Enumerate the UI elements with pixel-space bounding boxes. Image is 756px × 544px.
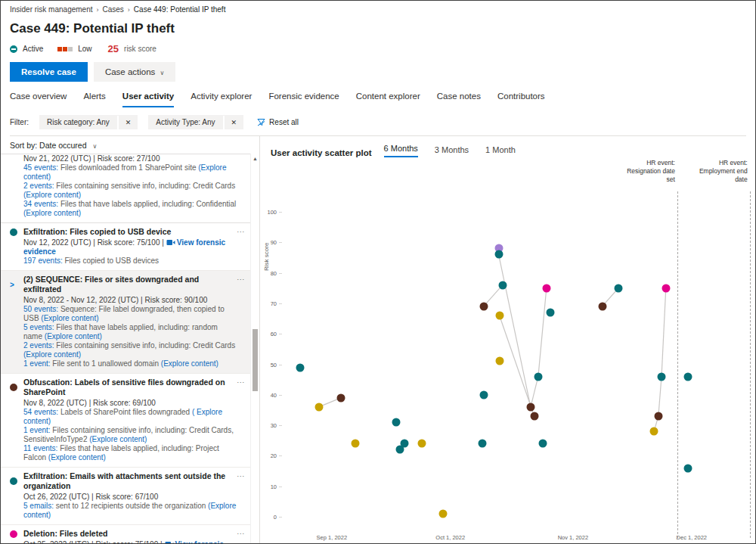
- activity-detail-line: 5 events: Files that have labels applied…: [23, 323, 237, 341]
- event-count-link[interactable]: 5 emails:: [23, 502, 54, 510]
- activity-meta: Oct 25, 2022 (UTC) | Risk score: 75/100 …: [23, 540, 237, 544]
- list-scrollbar[interactable]: ▲: [250, 154, 259, 544]
- range-tab-6-months[interactable]: 6 Months: [384, 144, 418, 157]
- tab-content-explorer[interactable]: Content explorer: [356, 92, 420, 107]
- scatter-point[interactable]: [351, 440, 359, 448]
- explore-content-link[interactable]: (Explore content): [45, 332, 102, 340]
- case-actions-button[interactable]: Case actions∨: [94, 62, 175, 82]
- scatter-point[interactable]: [495, 357, 503, 365]
- scatter-point[interactable]: [534, 372, 542, 381]
- scrollbar-thumb[interactable]: [253, 329, 258, 391]
- list-item[interactable]: ...Deletion: Files deletedOct 25, 2022 (…: [1, 525, 251, 544]
- event-count-link[interactable]: 1 event:: [23, 359, 51, 368]
- event-count-link[interactable]: 197 events:: [23, 256, 63, 265]
- event-count-link[interactable]: 50 events:: [23, 305, 58, 313]
- scatter-point[interactable]: [494, 250, 503, 259]
- case-action-buttons: Resolve case Case actions∨: [10, 62, 755, 82]
- close-icon[interactable]: ✕: [117, 116, 138, 129]
- scatter-point[interactable]: [498, 281, 507, 289]
- list-item[interactable]: Nov 21, 2022 (UTC) | Risk score: 27/1004…: [1, 154, 251, 223]
- scatter-point[interactable]: [478, 440, 486, 448]
- more-actions-button[interactable]: ...: [237, 471, 245, 478]
- resolve-case-button[interactable]: Resolve case: [10, 62, 88, 82]
- event-count-link[interactable]: 2 events:: [23, 341, 54, 350]
- risk-score-value: 25: [108, 43, 119, 54]
- scatter-point[interactable]: [683, 372, 692, 381]
- tab-user-activity[interactable]: User activity: [122, 92, 174, 107]
- event-count-link[interactable]: 45 events:: [23, 163, 58, 172]
- risk-category-chip-label[interactable]: Risk category: Any: [39, 115, 117, 129]
- breadcrumb-insider-risk[interactable]: Insider risk management: [10, 5, 93, 14]
- scatter-point[interactable]: [336, 393, 345, 402]
- scatter-point[interactable]: [479, 302, 488, 310]
- explore-content-link[interactable]: (Explore content): [23, 502, 236, 519]
- scatter-point[interactable]: [658, 372, 666, 381]
- scatter-point[interactable]: [598, 302, 606, 310]
- scatter-point[interactable]: [650, 427, 658, 436]
- range-tab-1-month[interactable]: 1 Month: [485, 145, 516, 157]
- scatter-point[interactable]: [526, 403, 534, 411]
- tab-case-notes[interactable]: Case notes: [437, 92, 481, 107]
- range-tab-3-months[interactable]: 3 Months: [435, 145, 469, 157]
- event-count-link[interactable]: 54 events:: [23, 408, 58, 416]
- scatter-point[interactable]: [615, 284, 623, 292]
- activity-detail-line: 197 events: Files copied to USB devices: [23, 256, 237, 266]
- scatter-point[interactable]: [546, 308, 554, 316]
- explore-content-link[interactable]: (Explore content): [41, 314, 98, 322]
- explore-content-link[interactable]: (Explore content): [89, 435, 147, 443]
- filter-chip-risk-category: Risk category: Any ✕: [39, 115, 138, 129]
- event-count-link[interactable]: 11 events:: [23, 444, 57, 452]
- scatter-point[interactable]: [542, 284, 550, 292]
- event-count-link[interactable]: 1 event:: [23, 426, 51, 434]
- chevron-down-icon: ∨: [92, 143, 97, 150]
- more-actions-button[interactable]: ...: [237, 528, 245, 536]
- explore-content-link[interactable]: (Explore content): [23, 209, 81, 217]
- activity-type-chip-label[interactable]: Activity Type: Any: [148, 115, 222, 129]
- list-item[interactable]: ...>(2) SEQUENCE: Files or sites downgra…: [1, 271, 251, 374]
- more-actions-button[interactable]: ...: [237, 377, 245, 384]
- scatter-point[interactable]: [530, 412, 538, 421]
- explore-content-link[interactable]: (Explore content): [23, 350, 81, 359]
- scatter-point[interactable]: [438, 509, 447, 518]
- sort-by-control[interactable]: Sort by: Date occured ∨: [1, 136, 259, 154]
- scatter-point[interactable]: [296, 363, 305, 371]
- scatter-point[interactable]: [314, 403, 323, 411]
- scatter-point[interactable]: [418, 440, 426, 448]
- explore-content-link[interactable]: (Explore content): [161, 359, 218, 368]
- explore-content-link[interactable]: (Explore content): [23, 191, 81, 199]
- event-count-link[interactable]: 2 events:: [23, 182, 54, 190]
- more-actions-button[interactable]: ...: [237, 274, 245, 281]
- tab-activity-explorer[interactable]: Activity explorer: [191, 92, 252, 107]
- scatter-point[interactable]: [683, 464, 692, 472]
- sequence-expand-chevron-icon[interactable]: >: [10, 281, 17, 289]
- more-actions-button[interactable]: ...: [237, 226, 245, 234]
- event-count-link[interactable]: 5 events:: [23, 323, 54, 331]
- tab-contributors[interactable]: Contributors: [497, 92, 545, 107]
- activity-detail-line: 11 events: Files that have labels applie…: [23, 444, 237, 462]
- scatter-point[interactable]: [392, 418, 401, 427]
- sort-by-label: Sort by: Date occured: [10, 141, 87, 150]
- close-icon[interactable]: ✕: [223, 116, 244, 129]
- reset-all-filters-button[interactable]: Reset all: [257, 118, 299, 126]
- scatter-point[interactable]: [495, 312, 503, 320]
- forensic-camera-icon: [165, 541, 174, 544]
- tab-forensic-evidence[interactable]: Forensic evidence: [268, 92, 339, 107]
- breadcrumb-cases[interactable]: Cases: [103, 5, 124, 14]
- event-count-link[interactable]: 34 events:: [23, 200, 58, 208]
- scatter-point[interactable]: [401, 440, 409, 448]
- scatter-point[interactable]: [662, 284, 670, 292]
- scatter-point[interactable]: [654, 412, 662, 421]
- view-forensic-evidence-link[interactable]: View forensic evidence: [23, 540, 224, 544]
- activity-meta: Nov 21, 2022 (UTC) | Risk score: 27/100: [23, 154, 237, 163]
- scroll-up-icon[interactable]: ▲: [251, 154, 259, 161]
- list-item[interactable]: ...Exfiltration: Files copied to USB dev…: [1, 223, 251, 271]
- list-item[interactable]: ...Obfuscation: Labels of sensitive file…: [1, 374, 251, 468]
- scatter-point[interactable]: [538, 440, 547, 448]
- tab-alerts[interactable]: Alerts: [83, 92, 105, 107]
- view-forensic-evidence-link[interactable]: View forensic evidence: [23, 238, 225, 256]
- breadcrumb-current-case: Case 449: Potential IP theft: [134, 5, 226, 14]
- tab-case-overview[interactable]: Case overview: [10, 92, 67, 107]
- explore-content-link[interactable]: (Explore content): [48, 453, 106, 462]
- list-item[interactable]: ...Exfiltration: Emails with attachments…: [1, 468, 251, 525]
- scatter-point[interactable]: [479, 390, 488, 399]
